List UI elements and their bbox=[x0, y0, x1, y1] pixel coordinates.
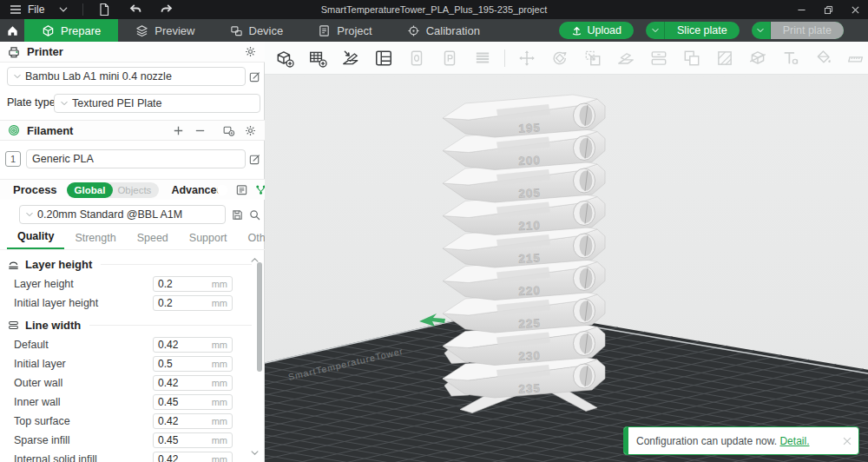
tab-label: Prepare bbox=[61, 24, 101, 37]
undo-icon[interactable] bbox=[128, 3, 142, 16]
section-header-line-width: Line width bbox=[0, 314, 259, 335]
variable-layer-icon[interactable] bbox=[713, 47, 736, 69]
tab-label: Device bbox=[249, 24, 284, 37]
minimize-icon[interactable] bbox=[796, 4, 807, 16]
param-label: Internal solid infill bbox=[14, 453, 153, 462]
filament-sync-icon[interactable] bbox=[220, 122, 236, 138]
param-input-default[interactable]: 0.42mm bbox=[153, 337, 233, 353]
tower-temperature-label: 200 bbox=[518, 154, 541, 168]
upload-button[interactable]: Upload bbox=[559, 22, 634, 39]
plate-type-select[interactable]: Textured PEI Plate bbox=[54, 94, 260, 113]
tab-preview[interactable]: Preview bbox=[118, 19, 212, 42]
clone-icon[interactable] bbox=[681, 47, 703, 69]
process-tab-support[interactable]: Support bbox=[179, 228, 238, 249]
tab-device[interactable]: Device bbox=[213, 19, 301, 42]
tab-project[interactable]: Project bbox=[300, 19, 389, 42]
process-preset-select[interactable]: 0.20mm Standard @BBL A1M bbox=[19, 205, 226, 224]
param-input-layer-height[interactable]: 0.2mm bbox=[153, 276, 233, 292]
scroll-down-icon[interactable] bbox=[250, 448, 260, 457]
document-icon bbox=[318, 24, 331, 37]
viewport-3d[interactable]: SmartTemperatureTower 235230225220215210… bbox=[265, 75, 868, 462]
param-input-sparse-infill[interactable]: 0.45mm bbox=[153, 432, 233, 448]
nav-bar: PreparePreviewDeviceProjectCalibration U… bbox=[0, 19, 868, 42]
layers-list-icon[interactable] bbox=[471, 47, 494, 69]
home-button[interactable] bbox=[0, 19, 24, 42]
param-input-initial-layer[interactable]: 0.5mm bbox=[153, 356, 233, 372]
tower-temperature-label: 215 bbox=[518, 252, 541, 266]
printer-icon bbox=[7, 45, 21, 59]
printer-settings-gear-icon[interactable] bbox=[242, 44, 258, 60]
process-tab-strength[interactable]: Strength bbox=[64, 228, 126, 249]
menu-icon[interactable] bbox=[9, 3, 23, 16]
color-paint-icon[interactable] bbox=[812, 47, 835, 69]
split-to-objects-icon[interactable] bbox=[405, 47, 428, 69]
print-dropdown-chevron-icon[interactable] bbox=[752, 22, 771, 39]
file-menu-chevron-icon[interactable] bbox=[58, 4, 69, 15]
remove-filament-icon[interactable] bbox=[192, 122, 207, 138]
process-tab-quality[interactable]: Quality bbox=[7, 227, 64, 249]
process-tab-speed[interactable]: Speed bbox=[127, 228, 179, 249]
param-label: Layer height bbox=[14, 278, 153, 290]
tab-prepare[interactable]: Prepare bbox=[24, 19, 118, 42]
printer-edit-icon[interactable] bbox=[247, 69, 262, 84]
auto-orient-icon[interactable] bbox=[339, 47, 362, 69]
param-input-internal-solid-infill[interactable]: 0.42mm bbox=[153, 452, 233, 462]
filament-select[interactable]: Generic PLA bbox=[26, 149, 246, 168]
segment-objects[interactable]: Objects bbox=[113, 185, 159, 195]
add-object-icon[interactable] bbox=[273, 47, 296, 69]
param-input-top-surface[interactable]: 0.42mm bbox=[153, 413, 233, 429]
layers-icon bbox=[135, 24, 148, 37]
search-icon[interactable] bbox=[247, 207, 262, 222]
add-filament-icon[interactable] bbox=[170, 122, 186, 138]
chevron-down-icon bbox=[25, 210, 34, 219]
param-input-inner-wall[interactable]: 0.45mm bbox=[153, 394, 233, 410]
tab-calibration[interactable]: Calibration bbox=[390, 19, 497, 42]
add-plate-icon[interactable] bbox=[306, 47, 329, 69]
tower-temperature-label: 205 bbox=[518, 187, 541, 201]
printer-section-header: Printer bbox=[0, 42, 265, 63]
side-panel: Printer Bambu Lab A1 mini 0.4 nozzle Pla… bbox=[0, 42, 265, 462]
notification-close-icon[interactable] bbox=[836, 435, 858, 447]
redo-icon[interactable] bbox=[160, 3, 174, 16]
parameter-table-icon[interactable] bbox=[235, 182, 248, 198]
slice-plate-button[interactable]: Slice plate bbox=[646, 22, 740, 39]
close-icon[interactable] bbox=[850, 4, 861, 16]
file-menu[interactable]: File bbox=[28, 3, 44, 16]
filament-settings-gear-icon[interactable] bbox=[242, 122, 258, 138]
move-icon[interactable] bbox=[516, 47, 538, 69]
rotate-icon[interactable] bbox=[549, 47, 571, 69]
tower-temperature-label: 230 bbox=[518, 349, 541, 363]
section-header-layer-height: Layer height bbox=[0, 254, 259, 274]
param-row: Inner wall0.45mm bbox=[0, 393, 259, 412]
divider bbox=[504, 50, 505, 67]
printer-select[interactable]: Bambu Lab A1 mini 0.4 nozzle bbox=[7, 67, 246, 86]
cut-icon[interactable] bbox=[746, 47, 769, 69]
divider bbox=[82, 3, 83, 16]
notification-detail-link[interactable]: Detail. bbox=[779, 435, 809, 447]
filament-slot-number[interactable]: 1 bbox=[5, 151, 21, 167]
scrollbar-thumb[interactable] bbox=[257, 262, 262, 372]
lay-on-face-icon[interactable] bbox=[615, 47, 637, 69]
text-tool-icon[interactable] bbox=[779, 47, 802, 69]
print-plate-button[interactable]: Print plate bbox=[752, 22, 844, 39]
save-project-icon[interactable] bbox=[97, 3, 111, 16]
chevron-down-icon bbox=[13, 72, 22, 81]
split-to-parts-icon[interactable] bbox=[438, 47, 461, 69]
box-icon bbox=[42, 24, 55, 37]
save-preset-icon[interactable] bbox=[229, 207, 245, 222]
param-row: Layer height0.2mm bbox=[0, 274, 259, 294]
notification-banner: Configuration can update now. Detail. bbox=[623, 426, 859, 455]
model-temperature-tower[interactable]: 235230225220215210205200195 bbox=[443, 95, 605, 413]
segment-global[interactable]: Global bbox=[67, 182, 114, 198]
restore-icon[interactable] bbox=[823, 4, 834, 16]
split-plate-icon[interactable] bbox=[648, 47, 670, 69]
param-input-outer-wall[interactable]: 0.42mm bbox=[153, 375, 233, 391]
arrange-icon[interactable] bbox=[372, 47, 395, 69]
process-scope-segment[interactable]: Global Objects bbox=[67, 182, 160, 198]
param-input-initial-layer-height[interactable]: 0.2mm bbox=[153, 295, 233, 311]
measure-icon[interactable] bbox=[845, 47, 868, 69]
filament-edit-icon[interactable] bbox=[247, 151, 262, 167]
slice-dropdown-chevron-icon[interactable] bbox=[646, 22, 665, 39]
scale-icon[interactable] bbox=[582, 47, 604, 69]
param-label: Initial layer height bbox=[14, 297, 153, 309]
